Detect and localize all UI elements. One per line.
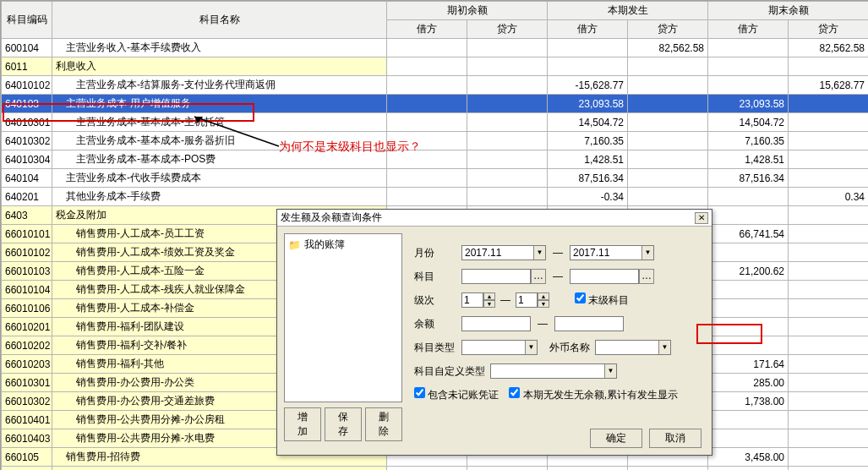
subject-from-input[interactable]: [461, 269, 531, 284]
currency-select[interactable]: ▼: [595, 340, 671, 355]
month-from-select[interactable]: 2017.11▼: [461, 245, 546, 260]
col-name: 科目名称: [52, 2, 387, 39]
save-button[interactable]: 保存: [325, 407, 362, 441]
delete-button[interactable]: 删除: [365, 407, 402, 441]
month-to-select[interactable]: 2017.11▼: [570, 245, 654, 260]
balance-to-input[interactable]: [554, 316, 624, 331]
table-row[interactable]: 600104 主营业务收入-基本手续费收入82,562.5882,562.58: [2, 39, 869, 57]
subject-type-select[interactable]: ▼: [461, 340, 538, 355]
level-from-spinner[interactable]: ▲▼: [461, 292, 495, 308]
table-row[interactable]: 64010102 主营业务成本-结算服务-支付业务代理商返佣-15,628.77…: [2, 76, 869, 95]
table-row[interactable]: 640104 主营业务成本-代收手续费成本87,516.3487,516.34: [2, 169, 869, 188]
balance-from-input[interactable]: [461, 316, 531, 331]
dialog-title: 发生额及余额查询条件: [281, 210, 382, 225]
folder-icon: 📁: [288, 239, 301, 251]
table-row[interactable]: 64010301 主营业务成本-基本成本-主机托管14,504.7214,504…: [2, 113, 869, 132]
level-to-spinner[interactable]: ▲▼: [516, 292, 549, 308]
leaf-subject-checkbox[interactable]: [575, 292, 586, 303]
include-unposted-checkbox[interactable]: [414, 387, 425, 398]
col-current: 本期发生: [548, 2, 708, 20]
table-row[interactable]: 640103 主营业务成本-用户增值服务23,093.5823,093.58: [2, 95, 869, 113]
subject-to-input[interactable]: [570, 269, 639, 284]
subject-from-picker[interactable]: …: [531, 269, 546, 284]
table-row[interactable]: 64010304 主营业务成本-基本成本-POS费1,428.511,428.5…: [2, 150, 869, 169]
table-row[interactable]: 6011利息收入: [2, 57, 869, 76]
table-row[interactable]: 640201 其他业务成本-手续费-0.340.34: [2, 188, 869, 206]
subject-custom-type-select[interactable]: ▼: [490, 363, 617, 379]
subject-to-picker[interactable]: …: [639, 269, 654, 284]
close-icon[interactable]: ✕: [695, 212, 708, 224]
table-row[interactable]: 64010302 主营业务成本-基本成本-服务器折旧7,160.357,160.…: [2, 132, 869, 150]
add-button[interactable]: 增加: [284, 407, 321, 441]
col-opening: 期初余额: [387, 2, 548, 20]
query-dialog: 发生额及余额查询条件 ✕ 📁 我的账簿 增加 保存 删除 月份 2017.11▼: [276, 209, 712, 456]
ok-button[interactable]: 确定: [590, 429, 642, 448]
cancel-button[interactable]: 取消: [649, 429, 701, 448]
col-code: 科目编码: [2, 2, 52, 39]
col-ending: 期末余额: [708, 2, 869, 20]
ledger-tree[interactable]: 📁 我的账簿: [284, 233, 402, 402]
table-row[interactable]: 66010605 销售费用-宣传推广费-临促费用: [2, 467, 869, 471]
no-current-checkbox[interactable]: [509, 387, 520, 398]
